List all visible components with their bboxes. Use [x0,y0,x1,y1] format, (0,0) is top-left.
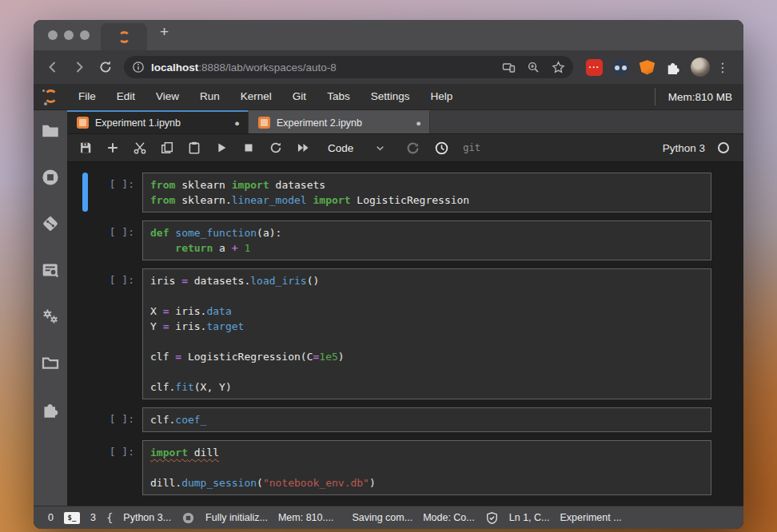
stop-button[interactable] [240,139,257,157]
autosave-status[interactable]: Saving com... [352,512,412,523]
maximize-window-button[interactable] [80,30,90,40]
jupyterlab-logo-icon [42,88,60,105]
sidebar-item-git[interactable] [41,214,60,233]
code-line [150,460,703,475]
menu-file[interactable]: File [68,84,106,109]
git-sync-icon[interactable] [405,141,420,156]
cell-editor[interactable]: from sklearn import datasetsfrom sklearn… [142,173,711,212]
kernel-name-label[interactable]: Python 3 [663,142,705,154]
save-button[interactable] [77,139,94,157]
menu-edit[interactable]: Edit [106,84,145,109]
menu-run[interactable]: Run [189,84,230,109]
paste-cell-button[interactable] [185,139,203,157]
browser-toolbar: localhost:8888/lab/workspaces/auto-8 ···… [34,50,743,84]
notebook-file-icon [77,117,89,129]
code-line: X = iris.data [150,304,703,319]
browser-tabstrip: + [34,20,743,50]
kernel-status-icon[interactable] [718,142,729,153]
trust-shield-icon [485,511,499,525]
menu-view[interactable]: View [145,84,189,109]
copy-cell-button[interactable] [158,139,176,157]
code-line [150,364,703,379]
doc-tab-2[interactable]: Experiment 2.ipynb● [249,110,430,133]
url-bar[interactable]: localhost:8888/lab/workspaces/auto-8 [124,56,573,78]
code-line: dill.dump_session("notebook_env.db") [150,475,703,490]
cell-prompt: [ ]: [90,440,142,495]
code-line: clf.fit(X, Y) [150,379,703,395]
gears-icon [41,307,60,326]
new-tab-button[interactable]: + [147,20,169,50]
bookmark-star-icon[interactable] [552,61,565,74]
notebook-cell-4: [ ]:clf.coef_ [67,407,743,432]
url-text: localhost:8888/lab/workspaces/auto-8 [151,62,496,73]
sidebar-item-property-inspector[interactable] [41,260,60,280]
busy-indicator-icon [181,511,195,525]
cell-prompt: [ ]: [90,220,142,260]
code-line: from sklearn.linear_model import Logisti… [150,193,703,208]
sidebar-item-running-sessions[interactable] [41,168,60,187]
browser-menu-icon[interactable]: ⋮ [713,60,732,75]
terminal-count[interactable]: 3 [90,512,96,523]
code-line: clf = LogisticRegression(C=1e5) [150,349,703,364]
command-mode-status[interactable]: Mode: Co... [423,512,475,523]
back-button[interactable] [45,59,61,75]
menu-help[interactable]: Help [420,84,463,109]
menu-git[interactable]: Git [282,84,317,109]
doc-tab-1[interactable]: Experiment 1.ipynb● [67,110,249,133]
chevron-down-icon[interactable] [374,142,386,154]
notebook-cell-2: [ ]:def some_function(a): return a + 1 [67,220,743,260]
git-branch-label[interactable]: git [463,142,480,153]
cursor-position[interactable]: Ln 1, C... [509,512,550,523]
close-window-button[interactable] [48,30,58,40]
sidebar-item-files[interactable] [41,121,60,141]
unsaved-dot-icon[interactable]: ● [234,118,240,128]
profile-avatar[interactable] [691,58,710,77]
active-file[interactable]: Experiment ... [560,512,621,523]
notebook-cell-1: [ ]:from sklearn import datasetsfrom skl… [67,173,743,212]
reload-button[interactable] [98,59,114,75]
minimize-window-button[interactable] [64,30,74,40]
restart-kernel-button[interactable] [267,139,285,157]
cell-editor[interactable]: def some_function(a): return a + 1 [142,220,711,260]
sidebar-item-extension-manager[interactable] [41,399,60,419]
goggles-extension-icon[interactable] [612,59,629,76]
browser-tab[interactable] [101,23,147,50]
forward-button[interactable] [71,59,87,75]
fox-extension-icon[interactable] [639,60,655,75]
cell-prompt: [ ]: [90,407,142,432]
notification-count[interactable]: 0 [48,512,54,523]
site-info-icon[interactable] [132,61,145,73]
open-folder-icon [41,353,60,372]
run-cell-button[interactable] [213,139,230,157]
menu-kernel[interactable]: Kernel [230,84,282,109]
menu-settings[interactable]: Settings [361,84,420,109]
inspector-icon [41,260,60,280]
run-all-button[interactable] [294,139,312,157]
doc-tab-label: Experiment 2.ipynb [277,117,409,129]
password-manager-extension-icon[interactable]: ··· [586,59,603,76]
unsaved-dot-icon[interactable]: ● [416,118,421,128]
sidebar-item-open-tabs[interactable] [41,353,60,372]
cut-cell-button[interactable] [131,139,149,157]
init-status[interactable]: Fully initializ... [205,512,268,523]
history-clock-icon[interactable] [434,141,449,156]
extensions-puzzle-icon[interactable] [665,59,681,75]
terminal-icon[interactable]: $_ [64,512,80,524]
document-tabbar: Experiment 1.ipynb●Experiment 2.ipynb● [67,110,743,134]
add-cell-button[interactable] [104,139,122,157]
code-line: import dill [150,445,703,460]
url-path: :8888/lab/workspaces/auto-8 [198,62,337,73]
cell-editor[interactable]: clf.coef_ [142,407,711,432]
cell-editor[interactable]: iris = datasets.load_iris() X = iris.dat… [142,268,711,399]
notebook-toolbar: Code git Python 3 [67,134,743,162]
cell-type-dropdown[interactable]: Code [328,142,353,154]
memory-status[interactable]: Mem: 810.... [278,512,333,523]
cell-prompt: [ ]: [90,268,142,399]
menu-tabs[interactable]: Tabs [317,84,361,109]
zoom-in-icon[interactable] [527,61,540,74]
kernel-status[interactable]: Python 3... [123,512,171,523]
cell-editor[interactable]: import dill dill.dump_session("notebook_… [142,440,711,495]
code-line: def some_function(a): [150,225,703,240]
send-to-devices-icon[interactable] [502,61,516,74]
sidebar-item-settings-gears[interactable] [41,307,60,326]
